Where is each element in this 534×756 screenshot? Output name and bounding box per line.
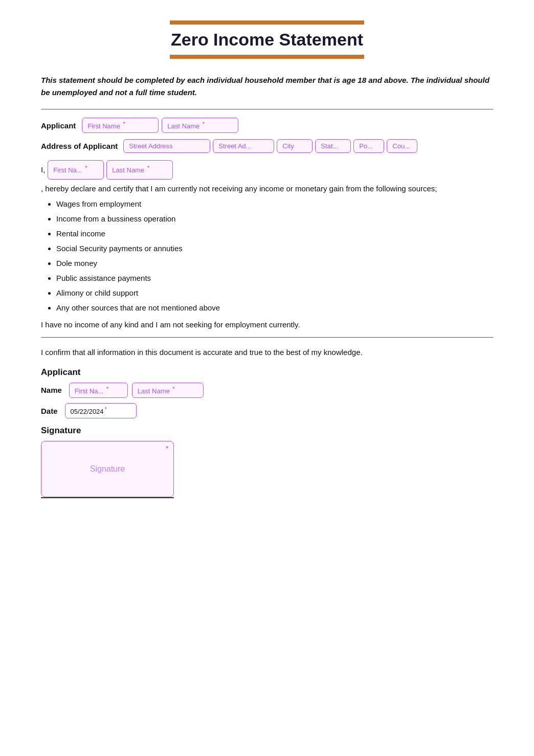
confirm-text: I confirm that all information in this d… (41, 346, 493, 359)
street-address2-field[interactable]: Street Ad... (213, 139, 274, 153)
signature-required-star: * (166, 444, 168, 452)
applicant-last-name-placeholder: Last Name (167, 122, 199, 130)
required-star-3: * (85, 165, 87, 171)
declare-row: I, First Na... * Last Name * , hereby de… (41, 160, 493, 195)
no-income-text: I have no income of any kind and I am no… (41, 320, 493, 329)
confirm-first-name-field[interactable]: First Na... * (69, 383, 128, 398)
list-item: Alimony or child support (56, 287, 493, 299)
country-placeholder: Cou... (392, 142, 410, 150)
confirm-last-name-field[interactable]: Last Name * (132, 383, 204, 398)
declare-first-name-placeholder: First Na... (53, 167, 82, 174)
list-item: Income from a bussiness operation (56, 213, 493, 225)
city-field[interactable]: City (277, 139, 313, 153)
street-address-placeholder: Street Address (129, 142, 172, 150)
address-label: Address of Applicant (41, 142, 118, 150)
list-item: Public assistance payments (56, 272, 493, 284)
required-star-4: * (147, 165, 149, 171)
required-star-2: * (203, 121, 205, 127)
list-item: Social Security payments or annuties (56, 242, 493, 255)
header-bar-top (170, 20, 364, 25)
declare-prefix: I, (41, 163, 45, 176)
required-star-1: * (123, 121, 125, 127)
list-item: Any other sources that are not mentioned… (56, 302, 493, 314)
declare-last-name-placeholder: Last Name (112, 167, 144, 174)
signature-underline (41, 497, 174, 498)
required-star-5: * (106, 386, 108, 392)
divider-1 (41, 109, 493, 109)
date-row: Date 05/22/2024* (41, 403, 493, 418)
city-placeholder: City (282, 142, 294, 150)
declare-last-name-field[interactable]: Last Name * (106, 160, 173, 179)
address-row: Address of Applicant Street Address Stre… (41, 139, 493, 153)
applicant-first-name-placeholder: First Name (87, 122, 120, 130)
postal-field[interactable]: Po... (353, 139, 384, 153)
name-label: Name (41, 386, 62, 394)
declare-suffix: , hereby declare and certify that I am c… (41, 182, 437, 195)
signature-placeholder: Signature (90, 464, 125, 474)
date-value: 05/22/2024 (71, 408, 104, 415)
street-address-field[interactable]: Street Address (123, 139, 210, 153)
list-item: Rental income (56, 228, 493, 240)
intro-text: This statement should be completed by ea… (41, 74, 493, 99)
page-title: Zero Income Statement (41, 30, 493, 50)
date-field[interactable]: 05/22/2024* (65, 403, 137, 418)
confirm-last-name-placeholder: Last Name (138, 387, 170, 395)
signature-box[interactable]: * Signature (41, 441, 174, 497)
applicant-first-name-field[interactable]: First Name * (82, 118, 159, 133)
applicant-heading-2: Applicant (41, 367, 493, 377)
date-label: Date (41, 407, 58, 415)
signature-heading: Signature (41, 426, 493, 436)
list-item: Wages from employment (56, 198, 493, 210)
declare-first-name-field[interactable]: First Na... * (48, 160, 104, 179)
divider-2 (41, 337, 493, 338)
required-star-7: * (105, 406, 107, 412)
state-placeholder: Stat... (321, 142, 338, 150)
confirm-first-name-placeholder: First Na... (75, 387, 103, 395)
applicant-row: Applicant First Name * Last Name * (41, 118, 493, 133)
confirm-name-row: Name First Na... * Last Name * (41, 383, 493, 398)
header-bar-bottom (170, 55, 364, 59)
postal-placeholder: Po... (359, 142, 373, 150)
applicant-last-name-field[interactable]: Last Name * (162, 118, 238, 133)
list-item: Dole money (56, 257, 493, 270)
country-field[interactable]: Cou... (387, 139, 417, 153)
state-field[interactable]: Stat... (315, 139, 351, 153)
income-sources-list: Wages from employment Income from a buss… (56, 198, 493, 314)
street-address2-placeholder: Street Ad... (218, 142, 251, 150)
applicant-label: Applicant (41, 121, 76, 130)
required-star-6: * (172, 386, 174, 392)
